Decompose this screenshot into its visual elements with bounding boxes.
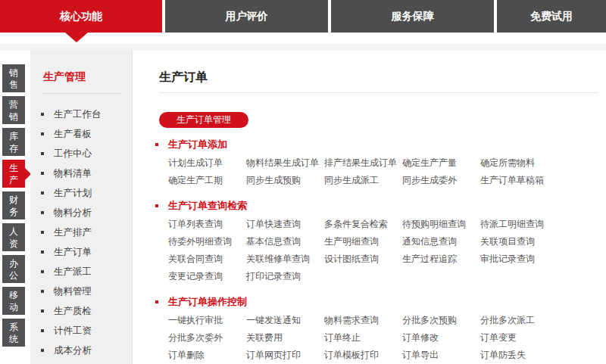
feature-item: 确定所需物料 [480,154,558,172]
sidebar-item-production-workbench[interactable]: 生产工作台 [30,104,132,124]
feature-item: 订单删除 [168,347,246,364]
feature-item: 同步生成委外 [402,172,480,189]
feature-item: 排产结果生成订单 [324,154,402,172]
feature-item: 订单修改 [402,329,480,347]
bullet-icon [155,300,158,303]
sidebar-item-label: 计件工资 [54,325,92,338]
rail-item-hr[interactable]: 人资 [2,223,25,251]
feature-item: 关联维修单查询 [246,250,324,268]
bullet-icon [41,349,44,352]
rail-item-label: 移动 [8,289,19,313]
rail-item-inventory[interactable]: 库存 [2,128,25,156]
production-order-manage-button[interactable]: 生产订单管理 [159,112,248,128]
section-title: 生产订单查询检索 [168,199,247,213]
section-order-add: 生产订单添加 计划生成订单 物料结果生成订单 排产结果生成订单 确定生产产量 确… [155,138,598,189]
feature-item: 计划生成订单 [168,154,246,172]
rail-item-label: 财务 [8,194,19,218]
bullet-icon [41,191,44,194]
feature-item: 订单导出 [402,347,480,364]
main-content: 生产订单 生产订单管理 生产订单添加 计划生成订单 物料结果生成订单 排产结果生… [136,51,606,364]
bullet-icon [41,132,44,135]
bullet-icon [41,250,44,254]
feature-item: 设计图纸查询 [324,250,402,268]
rail-item-label: 营销 [8,98,19,123]
bullet-icon [155,143,158,146]
feature-item: 确定生产产量 [402,154,480,172]
feature-item: 审批记录查询 [480,250,558,268]
sidebar-item-piecework-wages[interactable]: 计件工资 [30,321,132,341]
sidebar-item-label: 生产计划 [54,187,92,200]
rail-item-finance[interactable]: 财务 [2,191,25,219]
sidebar-item-cost-analysis[interactable]: 成本分析 [30,341,132,360]
feature-item: 一键执行审批 [168,312,246,329]
rail-item-mobile[interactable]: 移动 [2,287,25,315]
rail-item-label: 人资 [8,226,19,250]
nav-tab-free-trial[interactable]: 免费试用 [497,0,606,33]
feature-item: 基本信息查询 [246,233,324,250]
sidebar-item-label: 物料管理 [54,285,92,298]
top-navbar: 核心功能 用户评价 服务保障 免费试用 [0,0,606,33]
rail-item-label: 销售 [8,67,19,91]
feature-item: 订单网页打印 [246,347,324,364]
nav-tab-user-reviews[interactable]: 用户评价 [165,0,328,33]
bullet-icon [41,231,44,234]
bullet-icon [41,113,44,116]
sidebar-item-material-management[interactable]: 物料管理 [30,282,132,301]
sidebar-item-label: 生产派工 [54,266,92,278]
module-rail: 销售 营销 库存 生产 财务 人资 办公 移动 系统 [2,64,31,347]
sidebar-item-work-dispatch[interactable]: 生产派工 [30,262,132,282]
feature-item: 待预购明细查询 [402,216,480,233]
sidebar-item-bom[interactable]: 物料清单 [30,163,132,183]
nav-tab-label: 用户评价 [226,10,268,23]
panel-top-shadow [0,44,606,51]
sidebar-item-work-center[interactable]: 工作中心 [30,144,132,163]
feature-item: 分批多次预购 [402,312,480,329]
section-head: 生产订单操作控制 [155,296,598,308]
section-head: 生产订单添加 [155,138,598,151]
sidebar-item-label: 物料分析 [54,207,92,219]
sidebar-item-label: 工作中心 [54,148,92,160]
sidebar-item-label: 成本分析 [54,344,92,357]
rail-item-office[interactable]: 办公 [2,255,25,283]
feature-item: 待派工明细查询 [480,216,558,233]
rail-item-label: 系统 [8,321,19,345]
sidebar-item-label: 物料清单 [54,167,92,180]
feature-item: 一键发送通知 [246,312,324,329]
rail-item-label: 库存 [8,130,19,154]
feature-item: 待委外明细查询 [168,233,246,250]
bullet-icon [41,310,44,313]
section-order-operations: 生产订单操作控制 一键执行审批 一键发送通知 物料需求查询 分批多次预购 分批多… [155,296,598,364]
sidebar-item-quality-inspection[interactable]: 生产质检 [30,301,132,321]
title-divider [159,92,598,93]
rail-item-system[interactable]: 系统 [2,319,25,347]
sidebar-item-production-scheduling[interactable]: 生产排产 [30,222,132,242]
sidebar-item-label: 生产质检 [54,305,92,318]
nav-tab-label: 核心功能 [60,10,102,23]
bullet-icon [41,270,44,273]
bullet-icon [155,204,158,207]
bullet-icon [41,172,44,175]
nav-tab-label: 免费试用 [530,10,573,23]
feature-item: 关联费用 [246,329,324,347]
sidebar-item-material-analysis[interactable]: 物料分析 [30,203,132,222]
feature-item: 确定生产工期 [168,172,246,189]
feature-item: 变更记录查询 [168,268,246,285]
feature-item: 关联合同查询 [168,250,246,268]
feature-item: 订单防丢失 [480,347,558,364]
sidebar-item-label: 生产排产 [54,226,92,239]
sidebar-item-production-plan[interactable]: 生产计划 [30,183,132,203]
rail-item-sales[interactable]: 销售 [2,64,25,92]
feature-grid: 订单列表查询 订单快速查询 多条件复合检索 待预购明细查询 待派工明细查询 待委… [168,216,598,285]
nav-tab-service-guarantee[interactable]: 服务保障 [331,0,494,33]
rail-item-production[interactable]: 生产 [2,160,25,188]
sidebar-divider [43,93,120,94]
rail-item-marketing[interactable]: 营销 [2,96,25,124]
bullet-icon [41,211,44,214]
nav-tab-core-functions[interactable]: 核心功能 [0,0,162,33]
sidebar-item-production-kanban[interactable]: 生产看板 [30,124,132,144]
feature-grid: 计划生成订单 物料结果生成订单 排产结果生成订单 确定生产产量 确定所需物料 确… [168,154,598,189]
sidebar-item-label: 生产订单 [54,246,92,259]
sidebar-item-production-order[interactable]: 生产订单 [30,242,132,262]
page-title: 生产订单 [159,69,598,86]
feature-item: 分批多次委外 [168,329,246,347]
